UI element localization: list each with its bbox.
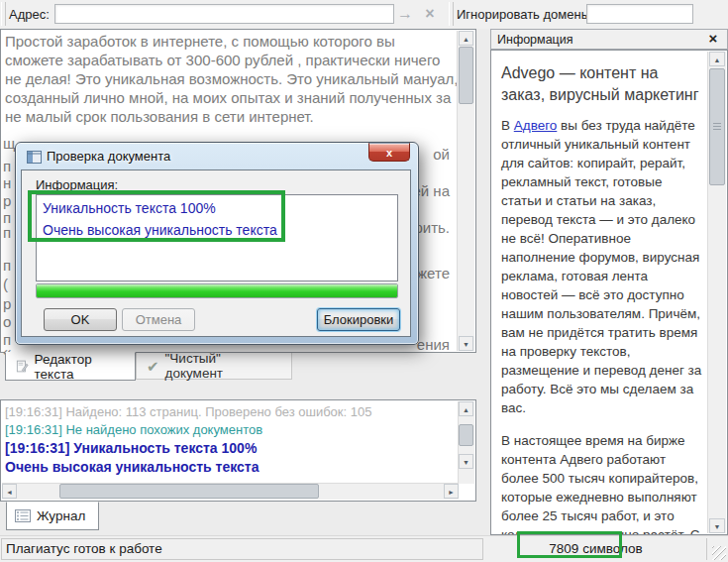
paragraph-text: В: [501, 118, 514, 133]
address-label: Адрес:: [9, 7, 50, 22]
editor-text-fragment: о: [3, 313, 11, 330]
editor-text-fragment: н: [3, 174, 11, 191]
ignore-domains-input[interactable]: [586, 4, 693, 24]
ok-button[interactable]: OK: [44, 308, 117, 331]
annotation-rect-uniqueness: [28, 190, 285, 242]
scrollbar-thumb[interactable]: [459, 47, 473, 104]
ignore-domains-label: Игнорировать домены:: [457, 7, 594, 22]
editor-text-fragment: ой: [433, 146, 450, 163]
top-toolbar: Адрес: → × Игнорировать домены:: [0, 0, 728, 29]
toolbar-grip: [449, 2, 454, 26]
editor-text-line: созданный лично мной, на моих опытах и з…: [5, 89, 451, 106]
scroll-down-icon[interactable]: ▼: [459, 454, 473, 469]
arrow-right-icon: →: [397, 5, 413, 22]
dialog-close-button[interactable]: x: [368, 143, 410, 162]
scroll-down-icon[interactable]: ▼: [709, 518, 725, 533]
info-panel-title: Информация: [497, 33, 573, 47]
sidebar-scrollbar[interactable]: ▲ ▼: [707, 52, 726, 533]
editor-tab-bar: Редактор текста ✔ "Чистый" документ: [0, 353, 476, 384]
log-vertical-scrollbar[interactable]: ▲ ▼: [458, 401, 474, 484]
blocks-button[interactable]: Блокировки: [317, 308, 400, 331]
log-horizontal-scrollbar[interactable]: ◄ ►: [2, 483, 459, 500]
document-edit-icon: [16, 359, 29, 374]
log-entry: [19:16:31] Найдено: 113 страниц. Провере…: [5, 404, 371, 419]
dialog-window-icon: [27, 151, 42, 164]
status-divider: [706, 538, 707, 560]
toolbar-grip: [1, 2, 6, 26]
editor-text-line: Простой заработок в интернете, с помощью…: [5, 33, 395, 50]
advego-link[interactable]: Адвего: [514, 118, 558, 133]
scroll-up-icon[interactable]: ▲: [459, 31, 473, 46]
advego-paragraph-2: В настоящее время на бирже контента Адве…: [501, 431, 703, 535]
scrollbar-thumb[interactable]: [59, 484, 319, 499]
log-entry: [19:16:31] Уникальность текста 100%: [5, 440, 257, 456]
editor-text-fragment: р: [3, 295, 11, 312]
log-entry: [19:16:31] Не найдено похожих документов: [5, 422, 262, 437]
info-panel-header: Информация ×: [490, 29, 728, 50]
tab-text-editor-label: Редактор текста: [35, 352, 125, 382]
editor-text-fragment: р: [3, 192, 11, 209]
scroll-down-icon[interactable]: ▼: [459, 336, 473, 351]
close-icon: x: [386, 147, 392, 159]
scroll-right-icon[interactable]: ►: [444, 484, 459, 499]
editor-text-line: не малый срок пользования в сети интерне…: [5, 108, 314, 125]
tab-text-editor[interactable]: Редактор текста: [5, 352, 136, 381]
address-input[interactable]: [54, 4, 394, 24]
journal-icon: [15, 509, 31, 522]
go-button[interactable]: →: [394, 3, 416, 25]
paragraph-text: В настоящее время на бирже контента Адве…: [501, 433, 699, 535]
tab-clean-document[interactable]: ✔ "Чистый" документ: [136, 353, 292, 380]
editor-vertical-scrollbar[interactable]: ▲ ▼: [457, 31, 474, 351]
paragraph-text: вы без труда найдёте отличный уникальный…: [501, 118, 701, 415]
annotation-rect-char-count: [517, 531, 622, 558]
log-entry: Очень высокая уникальность текста: [5, 459, 260, 475]
check-document-dialog: Проверка документа x Информация: Уникаль…: [15, 142, 419, 345]
editor-text-fragment: (: [3, 276, 8, 292]
editor-text-fragment: п: [3, 257, 11, 274]
status-ready-text: Плагиатус готов к работе: [1, 538, 483, 560]
advego-heading: Advego — контент на заказ, вирусный марк…: [501, 62, 703, 106]
resize-grip[interactable]: [712, 546, 726, 560]
advego-paragraph-1: В Адвего вы без труда найдёте отличный у…: [501, 116, 703, 417]
tab-journal-label: Журнал: [37, 508, 85, 523]
cancel-button[interactable]: Отмена: [122, 308, 195, 331]
clear-address-button[interactable]: ×: [419, 3, 441, 25]
scroll-left-icon[interactable]: ◄: [2, 484, 17, 499]
editor-text-line: сможете зарабатывать от 300-600 рублей ,…: [5, 52, 440, 68]
close-x-icon: ×: [425, 5, 434, 22]
close-icon[interactable]: ×: [705, 31, 721, 47]
editor-text-fragment: ения: [417, 336, 450, 353]
progress-fill: [37, 284, 397, 297]
check-progress-bar: [36, 283, 398, 298]
editor-text-fragment: п: [3, 158, 11, 174]
dialog-title: Проверка документа: [47, 149, 170, 164]
log-panel[interactable]: [19:16:31] Найдено: 113 страниц. Провере…: [0, 399, 476, 502]
scrollbar-thumb[interactable]: [709, 68, 725, 185]
editor-text-fragment: п: [3, 224, 11, 241]
editor-text-line: не делая! Это уникальная возможность. Эт…: [5, 70, 458, 87]
tab-journal[interactable]: Журнал: [6, 502, 99, 530]
scrollbar-thumb[interactable]: [459, 424, 473, 446]
info-panel-body: Advego — контент на заказ, вирусный марк…: [490, 50, 728, 535]
editor-text-fragment: щ: [3, 135, 15, 152]
scroll-up-icon[interactable]: ▲: [709, 52, 725, 66]
check-icon: ✔: [147, 359, 159, 374]
tab-clean-document-label: "Чистый" документ: [165, 351, 281, 381]
scroll-up-icon[interactable]: ▲: [459, 401, 473, 416]
